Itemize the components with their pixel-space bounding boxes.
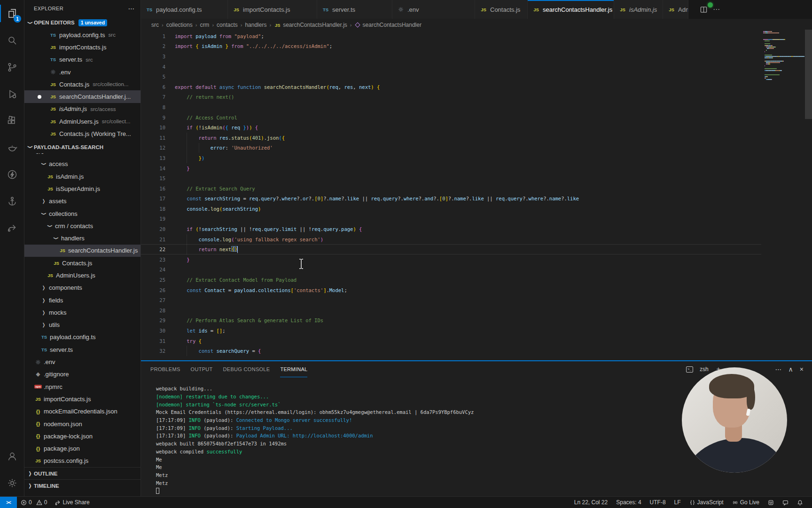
tree-item[interactable]: ◆.gitignore xyxy=(24,368,141,381)
code-line-17[interactable]: 17 const searchString = req.query?.where… xyxy=(141,194,761,204)
split-editor-icon[interactable] xyxy=(700,6,707,13)
minimap[interactable] xyxy=(761,31,804,360)
code-line-11[interactable]: 11 return res.status(401).json({ xyxy=(141,133,761,143)
code-line-8[interactable]: 8 xyxy=(141,102,761,112)
tab-contacts-js[interactable]: JSContacts.js xyxy=(475,0,528,19)
code-line-31[interactable]: 31 try { xyxy=(141,336,761,346)
project-section-header[interactable]: ❭ PAYLOAD-ATLAS-SEARCH xyxy=(24,141,141,153)
more-actions-icon[interactable]: ⋯ xyxy=(775,365,782,373)
breadcrumb-item[interactable]: crm xyxy=(200,22,209,28)
search-view-button[interactable] xyxy=(0,27,24,54)
code-line-29[interactable]: 29 // Perform Atlas Search & generate Li… xyxy=(141,316,761,326)
tree-item[interactable]: ❭fields xyxy=(24,294,141,306)
breadcrumb-item[interactable]: src xyxy=(151,22,159,28)
breadcrumb-item[interactable]: handlers xyxy=(245,22,266,28)
tree-item[interactable]: ❭crm / contacts xyxy=(24,220,141,232)
tree-item[interactable]: ❭components xyxy=(24,282,141,294)
tab-importcontacts-js[interactable]: JSimportContacts.js xyxy=(228,0,317,19)
panel-tab-output[interactable]: OUTPUT xyxy=(191,361,213,377)
code-line-12[interactable]: 12 error: 'Unauthorized' xyxy=(141,143,761,153)
code-line-28[interactable]: 28 xyxy=(141,305,761,316)
open-editor-item[interactable]: JSsearchContactsHandler.j... xyxy=(24,90,141,103)
problems-status[interactable]: 0 0 xyxy=(17,497,51,508)
share-arrow-view-button[interactable] xyxy=(0,214,24,241)
code-line-20[interactable]: 20 if (!searchString || !req.query.limit… xyxy=(141,224,761,234)
tree-item[interactable]: ❭access xyxy=(24,158,141,170)
code-line-7[interactable]: 7 // return next() xyxy=(141,92,761,103)
tree-item[interactable]: ❭handlers xyxy=(24,232,141,244)
go-live[interactable]: Go Live xyxy=(728,497,764,508)
scrollbar-thumb[interactable] xyxy=(805,30,812,119)
tree-item[interactable]: {}nodemon.json xyxy=(24,418,141,430)
code-line-15[interactable]: 15 xyxy=(141,173,761,183)
encoding[interactable]: UTF-8 xyxy=(646,497,670,508)
code-line-24[interactable]: 24 xyxy=(141,265,761,275)
cursor-position[interactable]: Ln 22, Col 22 xyxy=(570,497,612,508)
code-line-18[interactable]: 18 console.log(searchString) xyxy=(141,204,761,214)
tree-item[interactable]: JSsearchContactsHandler.js xyxy=(24,245,141,257)
extension-status[interactable] xyxy=(764,497,778,508)
open-editors-header[interactable]: ❭ OPEN EDITORS 1 unsaved xyxy=(24,16,141,29)
anchor-view-button[interactable] xyxy=(0,188,24,214)
magic-lamp-view-button[interactable] xyxy=(0,134,24,161)
code-line-19[interactable]: 19 xyxy=(141,214,761,224)
open-editor-item[interactable]: .env xyxy=(24,66,141,78)
tree-item[interactable]: {}package.json xyxy=(24,443,141,455)
breadcrumb-item[interactable]: searchContactsHandler xyxy=(363,22,422,28)
code-line-23[interactable]: 23 } xyxy=(141,254,761,265)
explorer-view-button[interactable]: 1 xyxy=(0,0,24,27)
open-editor-item[interactable]: TSserver.tssrc xyxy=(24,54,141,66)
panel-tab-debug-console[interactable]: DEBUG CONSOLE xyxy=(223,361,270,377)
code-line-14[interactable]: 14 } xyxy=(141,163,761,174)
code-line-21[interactable]: 21 console.log('using fallback regex sea… xyxy=(141,234,761,245)
code-line-22[interactable]: 22 return next() xyxy=(141,244,761,254)
source-control-view-button[interactable] xyxy=(0,54,24,80)
code-line-4[interactable]: 4 xyxy=(141,62,761,72)
run-and-debug-view-button[interactable] xyxy=(0,80,24,107)
extensions-view-button[interactable] xyxy=(0,107,24,134)
feedback[interactable] xyxy=(778,497,793,508)
tree-item[interactable]: {}mockEmailCredentials.json xyxy=(24,405,141,418)
tab-payload-config-ts[interactable]: TSpayload.config.ts xyxy=(141,0,228,19)
tab-isadmin-js[interactable]: JSisAdmin.js xyxy=(614,0,663,19)
tab--env[interactable]: .env xyxy=(392,0,475,19)
code-line-30[interactable]: 30 let ids = []; xyxy=(141,325,761,336)
tab-searchcontactshandler-js[interactable]: JSsearchContactsHandler.js xyxy=(528,0,614,19)
close-panel-icon[interactable]: × xyxy=(800,365,804,373)
code-line-6[interactable]: 6export default async function searchCon… xyxy=(141,82,761,92)
tree-item[interactable]: TSserver.ts xyxy=(24,343,141,356)
breadcrumb-item[interactable]: searchContactsHandler.js xyxy=(283,22,347,28)
tree-item[interactable]: ❭assets xyxy=(24,195,141,207)
code-line-5[interactable]: 5 xyxy=(141,71,761,82)
settings-gear-view-button[interactable] xyxy=(0,469,24,496)
open-editor-item[interactable]: JSContacts.jssrc/collection... xyxy=(24,78,141,90)
tree-item[interactable]: npm.npmrc xyxy=(24,381,141,393)
timeline-section-header[interactable]: ❭ TIMELINE xyxy=(24,479,141,492)
more-actions-icon[interactable]: ⋯ xyxy=(128,5,135,12)
breadcrumb-item[interactable]: contacts xyxy=(217,22,238,28)
outline-section-header[interactable]: ❭ OUTLINE xyxy=(24,467,141,479)
tree-item[interactable]: JSpostcss.config.js xyxy=(24,455,141,467)
language-mode[interactable]: JavaScript xyxy=(685,497,728,508)
tree-item[interactable]: {}package-lock.json xyxy=(24,430,141,442)
open-editor-item[interactable]: JSContacts.js (Working Tre... xyxy=(24,127,141,140)
code-line-3[interactable]: 3 xyxy=(141,51,761,62)
code-line-1[interactable]: 1import payload from "payload"; xyxy=(141,31,761,41)
code-line-13[interactable]: 13 }) xyxy=(141,153,761,163)
tree-item[interactable]: JSisSuperAdmin.js xyxy=(24,183,141,195)
breadcrumb-item[interactable]: collections xyxy=(166,22,193,28)
shell-label[interactable]: zsh xyxy=(700,366,709,373)
accounts-view-button[interactable] xyxy=(0,443,24,469)
tree-item[interactable]: JSisAdmin.js xyxy=(24,170,141,183)
live-share-button[interactable]: Live Share xyxy=(51,497,93,508)
code-line-27[interactable]: 27 xyxy=(141,295,761,305)
indentation[interactable]: Spaces: 4 xyxy=(612,497,645,508)
maximize-panel-icon[interactable]: ∧ xyxy=(789,365,793,373)
remote-indicator[interactable]: >< xyxy=(0,497,17,508)
open-editor-item[interactable]: TSpayload.config.tssrc xyxy=(24,29,141,41)
panel-tab-terminal[interactable]: TERMINAL xyxy=(280,361,307,377)
lightning-view-button[interactable] xyxy=(0,161,24,188)
tree-item[interactable]: ❭utils xyxy=(24,319,141,331)
tree-item[interactable]: TSpayload.config.ts xyxy=(24,331,141,343)
code-line-10[interactable]: 10 if (!isAdmin({ req })) { xyxy=(141,122,761,133)
